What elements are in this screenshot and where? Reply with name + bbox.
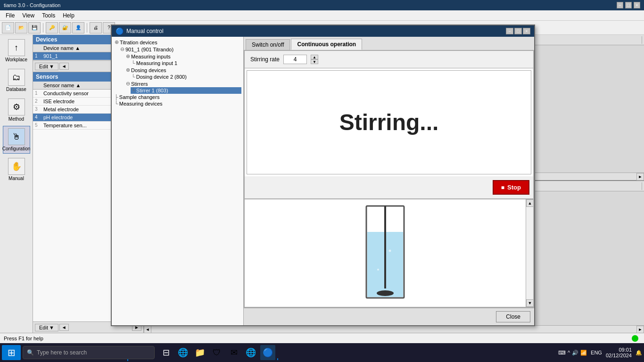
close-button[interactable]: × — [634, 2, 640, 8]
modal-footer: Close — [244, 308, 534, 325]
title-bar-buttons: − □ × — [617, 2, 640, 8]
stop-label: Stop — [507, 184, 521, 191]
toolbar-btn-3[interactable]: 💾 — [28, 22, 41, 33]
taskbar-icon-app[interactable]: 🔵 — [260, 345, 275, 360]
tree-stirrers-label: Stirrers — [131, 81, 148, 87]
stirring-display: Stirring... — [247, 70, 531, 174]
modal-minimize-button[interactable]: − — [506, 28, 513, 34]
tree-item-measuring-inputs[interactable]: ⊕ Measuring inputs — [125, 53, 241, 60]
sidebar-item-manual[interactable]: ✋ Manual — [3, 156, 30, 183]
modal-title-text: Manual control — [126, 28, 164, 34]
taskbar-time: 09:01 02/12/2024 — [606, 347, 632, 358]
menu-view[interactable]: View — [18, 11, 38, 20]
right-lower-hscroll-right[interactable]: ► — [636, 326, 644, 333]
tree-s1-label: Stirrer 1 (803) — [136, 88, 168, 93]
toolbar-btn-6[interactable]: 👤 — [72, 22, 84, 33]
toolbar-btn-5[interactable]: 🔐 — [59, 22, 71, 33]
tree-measuring-inputs: ⊕ Measuring inputs └ Measuring input 1 — [125, 53, 241, 66]
tabs-bar: Switch on/off Continuous operation — [244, 37, 534, 50]
sidebar-item-configuration[interactable]: 🖱 Configuration — [3, 126, 30, 154]
tree-dosing-devices: ⊕ Dosing devices └ Dosing device 2 (800) — [125, 66, 241, 80]
taskbar-notification-icon[interactable]: 🔔 — [636, 350, 642, 356]
taskbar-keyboard-icon[interactable]: ⌨ — [558, 350, 566, 356]
stop-btn-area: ■ Stop — [245, 176, 533, 198]
menu-file[interactable]: File — [2, 11, 18, 20]
modal-maximize-button[interactable]: □ — [514, 28, 522, 34]
tree-m1-label: Measuring input 1 — [136, 60, 177, 66]
stop-button[interactable]: ■ Stop — [493, 180, 529, 195]
taskbar-icon-taskview[interactable]: ⊟ — [158, 345, 173, 360]
right-upper-hscroll-right[interactable]: ► — [636, 173, 644, 181]
toolbar-btn-1[interactable]: 📄 — [2, 22, 14, 33]
modal-control-panel: Switch on/off Continuous operation Stirr… — [244, 37, 534, 325]
taskbar-sound-icon[interactable]: 🔊 — [572, 350, 578, 356]
beaker-vscroll-track[interactable] — [526, 207, 533, 299]
taskbar-network-icon[interactable]: 📶 — [580, 350, 587, 356]
taskbar-search-box[interactable]: 🔍 Type here to search — [23, 346, 155, 359]
status-bar: Press F1 for help — [0, 333, 644, 343]
tree-item-sample[interactable]: ├ Sample changers — [114, 94, 241, 100]
tab-continuous-operation[interactable]: Continuous operation — [291, 39, 362, 50]
taskbar-icon-mail[interactable]: ✉ — [226, 345, 241, 360]
taskbar-clock: 09:01 — [606, 347, 632, 353]
sidebar-label-database: Database — [6, 87, 26, 92]
tree-item-stirrer-1[interactable]: └ Stirrer 1 (803) — [131, 87, 241, 94]
stirring-spin-down[interactable]: ▼ — [311, 59, 318, 64]
taskbar-icon-edge[interactable]: 🌐 — [175, 345, 190, 360]
modal-close-btn[interactable]: Close — [496, 311, 530, 322]
sidebar-item-workplace[interactable]: ↑ Workplace — [3, 37, 30, 65]
tree-node-dosing-1: └ Dosing device 2 (800) — [131, 74, 241, 80]
search-icon: 🔍 — [27, 349, 34, 356]
stirring-text: Stirring... — [339, 109, 439, 135]
tree-901-label: 901_1 (901 Titrando) — [125, 47, 173, 52]
right-lower-hscroll-left[interactable]: ◄ — [144, 326, 151, 333]
taskbar-date: 02/12/2024 — [606, 353, 632, 358]
devices-scroll-left[interactable]: ◄ — [59, 63, 69, 70]
tree-item-dosing[interactable]: ⊕ Dosing devices — [125, 66, 241, 74]
tree-item-901[interactable]: ⊖ 901_1 (901 Titrando) — [119, 46, 241, 53]
tree-d1-icon: └ — [132, 74, 135, 80]
menu-help[interactable]: Help — [59, 11, 78, 20]
taskbar-icon-store[interactable]: 🛡 — [209, 345, 224, 360]
devices-edit-arrow: ▼ — [49, 64, 54, 69]
tree-stirrers-icon: ⊖ — [126, 81, 130, 87]
tree-sample-label: Sample changers — [119, 94, 160, 100]
stirring-rate-label: Stirring rate — [250, 56, 280, 63]
sensors-row-4-num: 4 — [35, 115, 43, 120]
taskbar-icon-browser[interactable]: 🌐 — [243, 345, 258, 360]
tree-item-stirrers[interactable]: ⊖ Stirrers — [125, 80, 241, 87]
beaker-vscroll-up[interactable]: ▲ — [526, 199, 534, 207]
tree-root[interactable]: ⊕ Titration devices — [114, 39, 241, 46]
sidebar-item-database[interactable]: 🗂 Database — [3, 66, 30, 94]
toolbar-btn-4[interactable]: 🔑 — [46, 22, 58, 33]
sidebar-label-workplace: Workplace — [5, 57, 27, 62]
status-message: Press F1 for help — [4, 336, 43, 341]
taskbar-start-button[interactable]: ⊞ — [2, 345, 21, 360]
modal-tree-panel: ⊕ Titration devices ⊖ 901_1 (901 Titrand… — [112, 37, 244, 325]
tab-switch-on-off[interactable]: Switch on/off — [246, 39, 290, 50]
minimize-button[interactable]: − — [617, 2, 623, 8]
start-icon: ⊞ — [8, 347, 16, 358]
devices-edit-button[interactable]: Edit ▼ — [35, 63, 58, 70]
toolbar-btn-7[interactable]: 🖨 — [90, 22, 102, 33]
taskbar-arrow-icon[interactable]: ^ — [568, 350, 570, 356]
sidebar-item-method[interactable]: ⚙ Method — [3, 96, 30, 124]
stirring-spin-up[interactable]: ▲ — [311, 55, 318, 59]
modal-close-button[interactable]: × — [523, 28, 530, 34]
maximize-button[interactable]: □ — [625, 2, 632, 8]
sensors-scroll-left[interactable]: ◄ — [59, 324, 69, 331]
tree-item-measuring-1[interactable]: └ Measuring input 1 — [131, 60, 241, 66]
configuration-icon: 🖱 — [8, 128, 25, 145]
tree-item-dosing-1[interactable]: └ Dosing device 2 (800) — [131, 74, 241, 80]
sensors-edit-button[interactable]: Edit ▼ — [35, 324, 58, 331]
stirring-rate-input[interactable] — [283, 55, 307, 64]
tree-dosing-icon: ⊕ — [126, 67, 130, 73]
taskbar-icon-explorer[interactable]: 📁 — [192, 345, 207, 360]
menu-bar: File View Tools Help — [0, 10, 644, 21]
toolbar-btn-2[interactable]: 📂 — [15, 22, 27, 33]
beaker-svg — [352, 204, 418, 303]
menu-tools[interactable]: Tools — [38, 11, 59, 20]
tree-stirrers: ⊖ Stirrers └ Stirrer 1 (803) — [125, 80, 241, 94]
tree-item-measuring-dev[interactable]: └ Measuring devices — [114, 100, 241, 107]
beaker-vscroll-down[interactable]: ▼ — [526, 299, 534, 307]
